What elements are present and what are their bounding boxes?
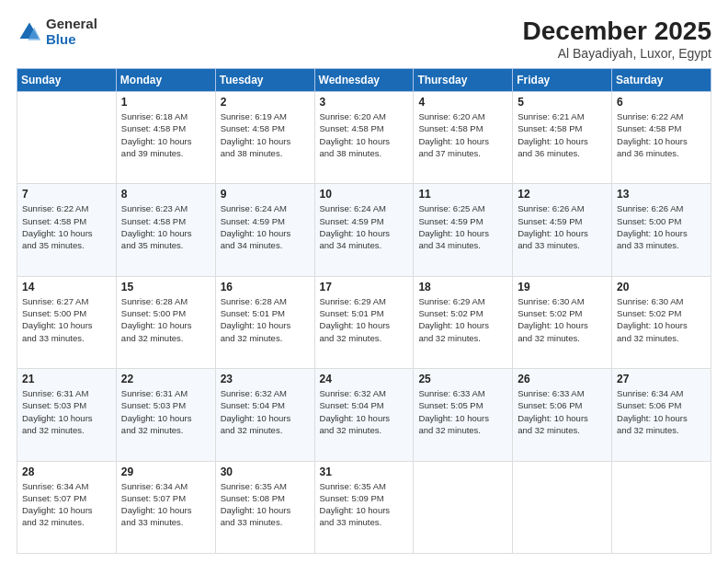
day-info: Sunrise: 6:22 AM Sunset: 4:58 PM Dayligh… xyxy=(617,110,706,159)
day-info: Sunrise: 6:18 AM Sunset: 4:58 PM Dayligh… xyxy=(121,110,210,159)
day-number: 16 xyxy=(221,281,310,293)
day-number: 21 xyxy=(22,373,111,385)
logo: General Blue xyxy=(17,17,97,47)
calendar-cell: 31Sunrise: 6:35 AM Sunset: 5:09 PM Dayli… xyxy=(314,461,414,553)
day-number: 8 xyxy=(121,188,210,201)
page: General Blue December 2025 Al Bayadiyah,… xyxy=(0,0,728,563)
day-header-monday: Monday xyxy=(116,69,215,92)
day-info: Sunrise: 6:31 AM Sunset: 5:03 PM Dayligh… xyxy=(22,387,111,436)
day-header-sunday: Sunday xyxy=(17,69,117,92)
day-info: Sunrise: 6:20 AM Sunset: 4:58 PM Dayligh… xyxy=(320,110,409,159)
day-info: Sunrise: 6:35 AM Sunset: 5:09 PM Dayligh… xyxy=(320,480,409,529)
calendar-cell: 4Sunrise: 6:20 AM Sunset: 4:58 PM Daylig… xyxy=(414,92,513,184)
day-number: 17 xyxy=(320,281,409,293)
calendar-cell xyxy=(17,92,117,184)
day-info: Sunrise: 6:23 AM Sunset: 4:58 PM Dayligh… xyxy=(121,202,210,251)
day-number: 15 xyxy=(121,281,210,293)
calendar-header-row: SundayMondayTuesdayWednesdayThursdayFrid… xyxy=(17,69,711,92)
calendar-cell: 1Sunrise: 6:18 AM Sunset: 4:58 PM Daylig… xyxy=(116,92,215,184)
calendar-cell: 23Sunrise: 6:32 AM Sunset: 5:04 PM Dayli… xyxy=(215,369,314,461)
day-info: Sunrise: 6:27 AM Sunset: 5:00 PM Dayligh… xyxy=(22,295,111,344)
day-number: 1 xyxy=(121,96,210,109)
calendar-cell: 15Sunrise: 6:28 AM Sunset: 5:00 PM Dayli… xyxy=(116,276,215,368)
day-info: Sunrise: 6:26 AM Sunset: 5:00 PM Dayligh… xyxy=(617,202,706,251)
calendar-cell: 18Sunrise: 6:29 AM Sunset: 5:02 PM Dayli… xyxy=(414,276,513,368)
day-header-thursday: Thursday xyxy=(414,69,513,92)
calendar-week-1: 1Sunrise: 6:18 AM Sunset: 4:58 PM Daylig… xyxy=(17,92,711,184)
day-number: 28 xyxy=(22,465,111,478)
calendar-cell: 5Sunrise: 6:21 AM Sunset: 4:58 PM Daylig… xyxy=(513,92,612,184)
calendar-cell: 27Sunrise: 6:34 AM Sunset: 5:06 PM Dayli… xyxy=(612,369,711,461)
day-header-tuesday: Tuesday xyxy=(215,69,314,92)
calendar-cell xyxy=(513,461,612,553)
calendar-cell: 24Sunrise: 6:32 AM Sunset: 5:04 PM Dayli… xyxy=(314,369,414,461)
day-number: 26 xyxy=(518,373,607,385)
calendar-cell: 25Sunrise: 6:33 AM Sunset: 5:05 PM Dayli… xyxy=(414,369,513,461)
day-number: 29 xyxy=(121,465,210,478)
day-number: 12 xyxy=(518,188,607,201)
day-info: Sunrise: 6:19 AM Sunset: 4:58 PM Dayligh… xyxy=(221,110,310,159)
day-info: Sunrise: 6:33 AM Sunset: 5:05 PM Dayligh… xyxy=(418,387,507,436)
day-info: Sunrise: 6:30 AM Sunset: 5:02 PM Dayligh… xyxy=(518,295,607,344)
calendar-cell: 28Sunrise: 6:34 AM Sunset: 5:07 PM Dayli… xyxy=(17,461,117,553)
day-header-wednesday: Wednesday xyxy=(314,69,414,92)
calendar-cell: 13Sunrise: 6:26 AM Sunset: 5:00 PM Dayli… xyxy=(612,184,711,276)
month-title: December 2025 xyxy=(523,17,711,46)
calendar-cell: 29Sunrise: 6:34 AM Sunset: 5:07 PM Dayli… xyxy=(116,461,215,553)
day-info: Sunrise: 6:24 AM Sunset: 4:59 PM Dayligh… xyxy=(320,202,409,251)
calendar-week-4: 21Sunrise: 6:31 AM Sunset: 5:03 PM Dayli… xyxy=(17,369,711,461)
day-number: 27 xyxy=(617,373,706,385)
day-info: Sunrise: 6:33 AM Sunset: 5:06 PM Dayligh… xyxy=(518,387,607,436)
calendar-week-3: 14Sunrise: 6:27 AM Sunset: 5:00 PM Dayli… xyxy=(17,276,711,368)
calendar-cell: 17Sunrise: 6:29 AM Sunset: 5:01 PM Dayli… xyxy=(314,276,414,368)
calendar-cell: 2Sunrise: 6:19 AM Sunset: 4:58 PM Daylig… xyxy=(215,92,314,184)
calendar-cell: 20Sunrise: 6:30 AM Sunset: 5:02 PM Dayli… xyxy=(612,276,711,368)
logo-icon xyxy=(17,19,42,45)
day-info: Sunrise: 6:26 AM Sunset: 4:59 PM Dayligh… xyxy=(518,202,607,251)
day-info: Sunrise: 6:32 AM Sunset: 5:04 PM Dayligh… xyxy=(221,387,310,436)
title-area: December 2025 Al Bayadiyah, Luxor, Egypt xyxy=(523,17,711,61)
day-info: Sunrise: 6:28 AM Sunset: 5:00 PM Dayligh… xyxy=(121,295,210,344)
calendar-cell: 16Sunrise: 6:28 AM Sunset: 5:01 PM Dayli… xyxy=(215,276,314,368)
day-info: Sunrise: 6:29 AM Sunset: 5:02 PM Dayligh… xyxy=(418,295,507,344)
day-number: 13 xyxy=(617,188,706,201)
calendar-week-5: 28Sunrise: 6:34 AM Sunset: 5:07 PM Dayli… xyxy=(17,461,711,553)
day-info: Sunrise: 6:35 AM Sunset: 5:08 PM Dayligh… xyxy=(221,480,310,529)
calendar-cell: 3Sunrise: 6:20 AM Sunset: 4:58 PM Daylig… xyxy=(314,92,414,184)
day-info: Sunrise: 6:20 AM Sunset: 4:58 PM Dayligh… xyxy=(418,110,507,159)
day-number: 30 xyxy=(221,465,310,478)
day-number: 22 xyxy=(121,373,210,385)
calendar-cell: 26Sunrise: 6:33 AM Sunset: 5:06 PM Dayli… xyxy=(513,369,612,461)
calendar-cell: 9Sunrise: 6:24 AM Sunset: 4:59 PM Daylig… xyxy=(215,184,314,276)
day-info: Sunrise: 6:34 AM Sunset: 5:07 PM Dayligh… xyxy=(22,480,111,529)
day-number: 7 xyxy=(22,188,111,201)
calendar-cell: 12Sunrise: 6:26 AM Sunset: 4:59 PM Dayli… xyxy=(513,184,612,276)
header: General Blue December 2025 Al Bayadiyah,… xyxy=(17,17,711,61)
day-number: 18 xyxy=(418,281,507,293)
day-info: Sunrise: 6:21 AM Sunset: 4:58 PM Dayligh… xyxy=(518,110,607,159)
day-info: Sunrise: 6:29 AM Sunset: 5:01 PM Dayligh… xyxy=(320,295,409,344)
day-number: 25 xyxy=(418,373,507,385)
calendar-week-2: 7Sunrise: 6:22 AM Sunset: 4:58 PM Daylig… xyxy=(17,184,711,276)
calendar-cell: 19Sunrise: 6:30 AM Sunset: 5:02 PM Dayli… xyxy=(513,276,612,368)
calendar-cell: 30Sunrise: 6:35 AM Sunset: 5:08 PM Dayli… xyxy=(215,461,314,553)
day-info: Sunrise: 6:22 AM Sunset: 4:58 PM Dayligh… xyxy=(22,202,111,251)
day-number: 19 xyxy=(518,281,607,293)
day-number: 11 xyxy=(418,188,507,201)
day-number: 9 xyxy=(221,188,310,201)
day-info: Sunrise: 6:31 AM Sunset: 5:03 PM Dayligh… xyxy=(121,387,210,436)
calendar-cell: 21Sunrise: 6:31 AM Sunset: 5:03 PM Dayli… xyxy=(17,369,117,461)
day-info: Sunrise: 6:24 AM Sunset: 4:59 PM Dayligh… xyxy=(221,202,310,251)
calendar-cell xyxy=(612,461,711,553)
location: Al Bayadiyah, Luxor, Egypt xyxy=(523,46,711,61)
calendar-cell: 14Sunrise: 6:27 AM Sunset: 5:00 PM Dayli… xyxy=(17,276,117,368)
day-info: Sunrise: 6:28 AM Sunset: 5:01 PM Dayligh… xyxy=(221,295,310,344)
day-number: 2 xyxy=(221,96,310,109)
day-number: 6 xyxy=(617,96,706,109)
calendar-cell: 22Sunrise: 6:31 AM Sunset: 5:03 PM Dayli… xyxy=(116,369,215,461)
day-number: 31 xyxy=(320,465,409,478)
day-info: Sunrise: 6:32 AM Sunset: 5:04 PM Dayligh… xyxy=(320,387,409,436)
logo-general-text: General xyxy=(46,17,97,32)
day-header-friday: Friday xyxy=(513,69,612,92)
calendar-table: SundayMondayTuesdayWednesdayThursdayFrid… xyxy=(17,68,711,554)
